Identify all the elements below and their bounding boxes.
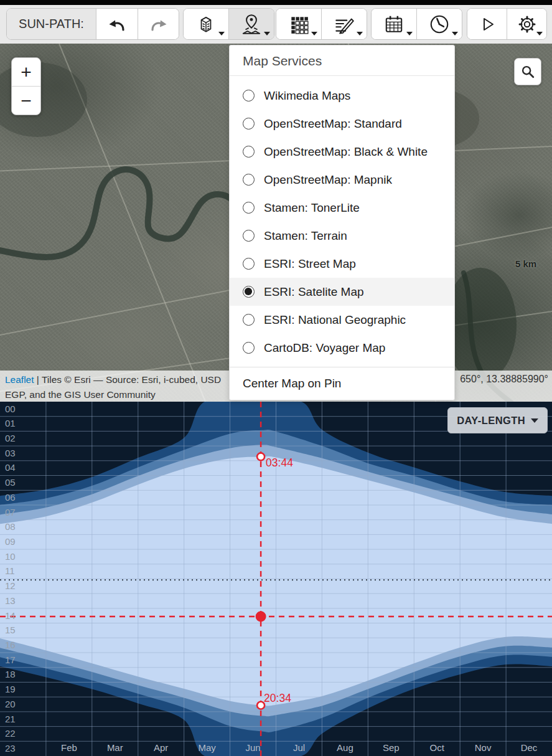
grid-table-icon [288, 14, 309, 35]
dropdown-title: Map Services [230, 45, 454, 76]
svg-text:Apr: Apr [154, 742, 168, 753]
buildings-3d-icon [195, 14, 217, 35]
chevron-down-icon [536, 32, 543, 35]
svg-text:06: 06 [5, 492, 16, 503]
attribution-text: Leaflet | Tiles © Esri — Source: Esri, i… [5, 372, 230, 402]
map-service-option-label: Stamen: Terrain [264, 229, 347, 243]
map-service-option[interactable]: ESRI: Street Map [230, 250, 454, 278]
app-title: SUN-PATH: [7, 9, 96, 39]
map-service-option[interactable]: OpenStreetMap: Standard [230, 110, 454, 138]
attribution-line2: EGP, and the GIS User Community [5, 387, 230, 402]
svg-text:Jun: Jun [245, 742, 260, 753]
data-group [276, 8, 367, 40]
svg-text:09: 09 [5, 536, 16, 547]
history-group: SUN-PATH: [6, 8, 179, 40]
search-button[interactable] [514, 58, 541, 85]
svg-text:15: 15 [5, 625, 16, 635]
edit-button[interactable] [321, 9, 367, 39]
day-length-chart[interactable]: 0001020304050607080910111213141516171819… [0, 402, 552, 756]
svg-text:17: 17 [5, 654, 16, 665]
map-scale-label: 5 km [515, 258, 536, 269]
chevron-down-icon [406, 32, 413, 35]
sunset-time-label: 20:34 [264, 692, 291, 704]
map-service-option-label: ESRI: Street Map [264, 257, 356, 271]
map-service-option[interactable]: Wikimedia Maps [230, 82, 454, 110]
map-service-option-label: Wikimedia Maps [264, 89, 350, 103]
svg-text:22: 22 [5, 728, 16, 739]
map-service-option[interactable]: ESRI: National Geographic [230, 306, 454, 334]
svg-text:08: 08 [5, 521, 16, 532]
run-group [467, 8, 547, 40]
zoom-out-button[interactable]: − [12, 86, 40, 115]
map-service-option[interactable]: ESRI: Satelite Map [230, 278, 454, 306]
svg-text:05: 05 [5, 477, 16, 488]
time-button[interactable] [416, 9, 462, 39]
edit-pencil-icon [333, 14, 355, 35]
svg-text:13: 13 [5, 595, 16, 606]
radio-icon[interactable] [243, 258, 255, 270]
play-icon [477, 14, 497, 34]
svg-text:16: 16 [5, 640, 16, 650]
map-service-option[interactable]: CartoDB: Voyager Map [230, 334, 454, 362]
redo-button[interactable] [138, 9, 179, 39]
zoom-in-button[interactable]: + [12, 58, 40, 86]
chevron-down-icon [218, 32, 225, 35]
map-services-dropdown: Map Services Wikimedia MapsOpenStreetMap… [229, 45, 455, 400]
radio-icon[interactable] [243, 314, 255, 326]
settings-button[interactable] [507, 9, 546, 39]
play-button[interactable] [467, 9, 507, 39]
chevron-down-icon [357, 32, 363, 35]
radio-icon[interactable] [243, 342, 255, 354]
attribution-line1: Leaflet | Tiles © Esri — Source: Esri, i… [5, 372, 230, 387]
calendar-button[interactable] [372, 9, 416, 39]
svg-text:Aug: Aug [337, 742, 353, 753]
map-service-option-label: ESRI: Satelite Map [264, 285, 364, 299]
chart-mode-label: DAY-LENGTH [457, 415, 525, 427]
map-service-option[interactable]: Stamen: TonerLite [230, 194, 454, 222]
svg-text:03: 03 [5, 448, 16, 458]
svg-text:02: 02 [5, 433, 16, 443]
svg-text:May: May [198, 742, 216, 753]
radio-icon[interactable] [243, 230, 255, 242]
map-services-button[interactable] [228, 9, 274, 39]
chart-mode-button[interactable]: DAY-LENGTH [447, 407, 548, 433]
radio-icon[interactable] [243, 202, 255, 214]
radio-icon[interactable] [243, 146, 255, 158]
radio-checked-icon[interactable] [243, 286, 255, 298]
map-zoom-control: + − [11, 57, 41, 115]
sun-path-app: SUN-PATH: [0, 0, 552, 756]
scene-group [183, 8, 274, 40]
top-black-strip [0, 0, 552, 5]
map-service-option-label: OpenStreetMap: Standard [264, 117, 402, 131]
undo-icon [107, 16, 127, 33]
radio-icon[interactable] [243, 118, 255, 130]
map-service-option[interactable]: OpenStreetMap: Black & White [230, 138, 454, 166]
undo-button[interactable] [96, 9, 138, 39]
svg-text:19: 19 [5, 684, 16, 694]
center-map-on-pin-item[interactable]: Center Map on Pin [230, 367, 454, 400]
leaflet-link[interactable]: Leaflet [5, 374, 34, 385]
chevron-down-icon [264, 32, 270, 35]
map-service-option[interactable]: Stamen: Terrain [230, 222, 454, 250]
chevron-down-icon [452, 32, 458, 35]
buildings-button[interactable] [184, 9, 228, 39]
radio-icon[interactable] [243, 90, 255, 102]
map-service-option-label: OpenStreetMap: Mapnik [264, 173, 392, 187]
svg-text:Jul: Jul [293, 742, 305, 753]
svg-text:10: 10 [5, 551, 16, 562]
datetime-group [371, 8, 462, 40]
map-pin-icon [240, 13, 263, 35]
svg-text:Mar: Mar [107, 742, 123, 753]
map-service-options: Wikimedia MapsOpenStreetMap: StandardOpe… [230, 76, 454, 367]
svg-text:23: 23 [5, 743, 16, 754]
grid-table-button[interactable] [276, 9, 321, 39]
svg-text:12: 12 [5, 580, 16, 591]
svg-text:11: 11 [5, 565, 15, 576]
svg-text:Oct: Oct [430, 742, 445, 753]
sunrise-marker [257, 453, 264, 460]
svg-text:04: 04 [5, 462, 16, 473]
radio-icon[interactable] [243, 174, 255, 186]
calendar-icon [383, 14, 405, 35]
map-service-option[interactable]: OpenStreetMap: Mapnik [230, 166, 454, 194]
svg-text:14: 14 [5, 610, 16, 621]
